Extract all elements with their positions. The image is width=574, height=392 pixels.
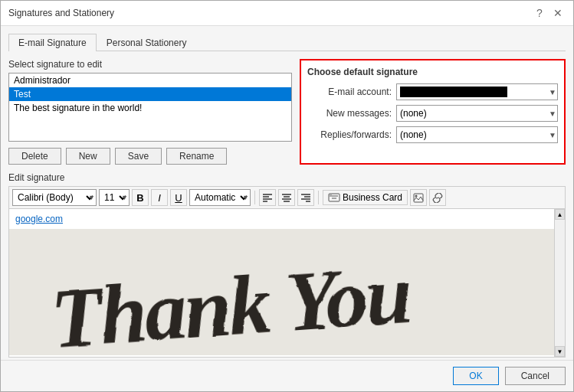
color-select[interactable]: Automatic Black Red Blue — [189, 189, 251, 206]
tab-email-signature[interactable]: E-mail Signature — [8, 34, 97, 51]
main-content: Select signature to edit Administrador T… — [8, 59, 566, 165]
sig-buttons: Delete New Save Rename — [8, 148, 292, 165]
edit-signature-section: Edit signature Calibri (Body) Arial Time… — [8, 172, 566, 358]
email-blacked-value — [400, 87, 507, 97]
thank-you-image: Thank You — [9, 229, 565, 355]
align-left-icon — [262, 193, 273, 202]
cancel-button[interactable]: Cancel — [505, 367, 566, 385]
dialog-body: E-mail Signature Personal Stationery Sel… — [1, 26, 573, 360]
tabs: E-mail Signature Personal Stationery — [8, 34, 566, 51]
font-select[interactable]: Calibri (Body) Arial Times New Roman — [12, 189, 97, 206]
left-panel: Select signature to edit Administrador T… — [8, 59, 292, 165]
email-account-field[interactable] — [396, 83, 558, 100]
italic-button[interactable]: I — [151, 189, 168, 206]
replies-forwards-wrapper: (none) Administrador Test The best signa… — [396, 126, 558, 143]
scroll-track — [555, 220, 565, 346]
align-center-icon — [281, 193, 292, 202]
signature-edit-area[interactable]: google.com Thank You ▲ — [8, 208, 566, 358]
hyperlink-button[interactable] — [429, 189, 446, 206]
font-select-wrapper: Calibri (Body) Arial Times New Roman ▼ — [12, 189, 97, 206]
svg-text:Thank You: Thank You — [48, 247, 413, 354]
align-center-button[interactable] — [278, 189, 295, 206]
svg-line-18 — [436, 198, 439, 198]
close-button[interactable]: ✕ — [550, 5, 566, 21]
new-button[interactable]: New — [66, 148, 110, 165]
email-account-row: E-mail account: ▼ — [307, 83, 558, 100]
new-messages-select[interactable]: (none) Administrador Test The best signa… — [396, 105, 558, 122]
email-account-wrapper: ▼ — [396, 83, 558, 100]
title-bar-controls: ? ✕ — [532, 5, 566, 21]
business-card-label: Business Card — [343, 192, 402, 203]
align-right-button[interactable] — [297, 189, 314, 206]
sig-item-administrador[interactable]: Administrador — [9, 74, 291, 87]
hyperlink-icon — [431, 193, 444, 203]
new-messages-wrapper: (none) Administrador Test The best signa… — [396, 105, 558, 122]
title-bar: Signatures and Stationery ? ✕ — [1, 1, 573, 26]
color-select-wrapper: Automatic Black Red Blue ▼ — [189, 189, 251, 206]
signature-link[interactable]: google.com — [9, 209, 565, 229]
svg-rect-15 — [330, 194, 332, 197]
business-card-button[interactable]: Business Card — [323, 190, 408, 205]
dialog-footer: OK Cancel — [1, 360, 573, 391]
edit-sig-label: Edit signature — [8, 172, 566, 183]
signature-list: Administrador Test The best signature in… — [8, 73, 292, 142]
svg-point-17 — [415, 194, 418, 197]
save-button[interactable]: Save — [115, 148, 162, 165]
picture-icon — [413, 193, 424, 203]
replies-forwards-row: Replies/forwards: (none) Administrador T… — [307, 126, 558, 143]
choose-default-title: Choose default signature — [307, 67, 558, 77]
business-card-icon — [328, 193, 340, 202]
new-messages-label: New messages: — [307, 108, 392, 119]
ok-button[interactable]: OK — [453, 367, 498, 385]
replies-forwards-select[interactable]: (none) Administrador Test The best signa… — [396, 126, 558, 143]
toolbar-divider-2 — [318, 191, 319, 204]
select-sig-label: Select signature to edit — [8, 59, 292, 70]
size-select[interactable]: 11 8 9 10 12 14 — [99, 189, 130, 206]
scroll-down-button[interactable]: ▼ — [555, 346, 565, 357]
help-button[interactable]: ? — [532, 5, 547, 21]
signatures-dialog: Signatures and Stationery ? ✕ E-mail Sig… — [0, 0, 574, 392]
dialog-title: Signatures and Stationery — [8, 8, 114, 18]
email-account-label: E-mail account: — [307, 87, 392, 97]
delete-button[interactable]: Delete — [8, 148, 61, 165]
underline-button[interactable]: U — [170, 189, 187, 206]
choose-default-panel: Choose default signature E-mail account:… — [300, 59, 566, 165]
bold-button[interactable]: B — [132, 189, 149, 206]
picture-button[interactable] — [410, 189, 427, 206]
tab-personal-stationery[interactable]: Personal Stationery — [97, 34, 197, 51]
edit-toolbar: Calibri (Body) Arial Times New Roman ▼ 1… — [8, 186, 566, 208]
toolbar-divider-1 — [254, 191, 255, 204]
sig-item-best[interactable]: The best signature in the world! — [9, 101, 291, 115]
rename-button[interactable]: Rename — [166, 148, 227, 165]
sig-item-test[interactable]: Test — [9, 87, 291, 101]
edit-area-scrollbar[interactable]: ▲ ▼ — [554, 209, 565, 357]
new-messages-row: New messages: (none) Administrador Test … — [307, 105, 558, 122]
size-select-wrapper: 11 8 9 10 12 14 ▼ — [99, 189, 130, 206]
align-left-button[interactable] — [259, 189, 276, 206]
thank-you-svg: Thank You — [27, 231, 548, 354]
replies-forwards-label: Replies/forwards: — [307, 129, 392, 140]
scroll-up-button[interactable]: ▲ — [555, 209, 565, 220]
align-right-icon — [300, 193, 311, 202]
